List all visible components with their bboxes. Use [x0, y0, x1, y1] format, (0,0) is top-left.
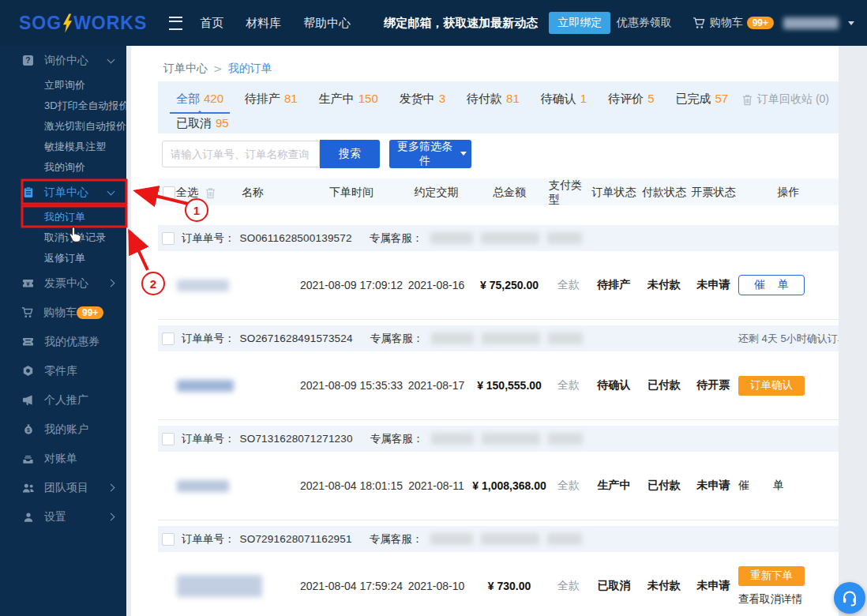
clipboard-icon: [21, 186, 35, 198]
sidebar-subitem-返修订单[interactable]: 返修订单: [0, 248, 126, 269]
order-checkbox[interactable]: [162, 433, 175, 445]
sidebar-item-label: 询价中心: [44, 54, 108, 68]
order-no-label: 订单单号：: [182, 532, 235, 547]
sidebar-subitem-我的询价[interactable]: 我的询价: [0, 157, 126, 178]
order-checkbox[interactable]: [162, 332, 175, 345]
sidebar-item-购物车[interactable]: 购物车99+: [0, 298, 126, 327]
cart-icon: [692, 17, 706, 29]
order-header-row: 订单单号：SO7131628071271230专属客服：: [158, 426, 839, 452]
tab-发货中[interactable]: 发货中3: [400, 89, 445, 109]
sidebar-item-label: 购物车: [43, 306, 77, 320]
customer-service-blur: [430, 232, 473, 244]
confirm-order-button[interactable]: 订单确认: [738, 376, 805, 396]
sidebar-item-询价中心[interactable]: ?询价中心: [0, 46, 126, 75]
coupon-link[interactable]: 优惠券领取: [617, 16, 672, 30]
order-time-value: 2021-08-04 17:59:24: [300, 580, 403, 592]
nav-link-1[interactable]: 首页: [200, 16, 223, 31]
sidebar-subitem-取消订单记录[interactable]: 取消订单记录: [0, 227, 126, 248]
sidebar-subitem-激光切割自动报价[interactable]: 激光切割自动报价: [0, 116, 126, 137]
username-blur[interactable]: [783, 17, 839, 29]
nav-link-2[interactable]: 材料库: [246, 16, 281, 31]
payment-status-value: 未付款: [647, 579, 681, 593]
nav-link-3[interactable]: 帮助中心: [303, 16, 351, 31]
trash-icon[interactable]: [205, 187, 216, 199]
order-checkbox[interactable]: [162, 533, 175, 546]
bind-now-button[interactable]: 立即绑定: [549, 12, 610, 34]
tab-待排产[interactable]: 待排产81: [245, 89, 298, 109]
tab-待付款[interactable]: 待付款81: [467, 89, 520, 109]
sidebar-item-订单中心[interactable]: 订单中心: [0, 178, 126, 207]
breadcrumb: 订单中心 > 我的订单: [163, 62, 272, 76]
sidebar-subitem-3D打印全自动报价[interactable]: 3D打印全自动报价: [0, 96, 126, 116]
view-cancel-details-link[interactable]: 查看取消详情: [738, 592, 839, 607]
order-name-blur[interactable]: [177, 280, 229, 291]
chevron-down-icon: [107, 187, 115, 195]
sidebar-item-零件库[interactable]: 零件库: [0, 356, 126, 385]
sidebar-subitem-我的订单[interactable]: 我的订单: [0, 207, 126, 227]
tab-待评价[interactable]: 待评价5: [608, 89, 654, 109]
sidebar-item-label: 我的优惠券: [44, 335, 114, 349]
order-checkbox[interactable]: [162, 232, 175, 245]
order-name-blur[interactable]: [177, 480, 229, 492]
sidebar-item-对账单[interactable]: 对账单: [0, 444, 126, 473]
urge-order-button[interactable]: 催 单: [738, 275, 805, 295]
tab-已取消[interactable]: 已取消95: [176, 114, 229, 133]
select-all-checkbox[interactable]: [163, 186, 175, 199]
sidebar-subitem-敏捷模具注塑[interactable]: 敏捷模具注塑: [0, 137, 126, 157]
sidebar-item-个人推广[interactable]: 个人推广: [0, 385, 126, 415]
sidebar-item-我的优惠券[interactable]: 我的优惠券: [0, 327, 126, 356]
order-search-input[interactable]: [162, 141, 320, 167]
navbar-cart[interactable]: 购物车 99+: [692, 16, 774, 30]
payment-status: 未付款: [640, 278, 689, 292]
tab-待确认[interactable]: 待确认1: [541, 89, 587, 109]
order-card: 订单单号：SO7291628071162951专属客服：2021-08-04 1…: [158, 526, 839, 616]
urge-order-text[interactable]: 催 单: [738, 479, 839, 493]
order-no-label: 订单单号：: [182, 332, 235, 346]
tab-生产中[interactable]: 生产中150: [319, 89, 378, 109]
order-no-label: 订单单号：: [182, 432, 235, 446]
pay-type: 全款: [549, 278, 588, 292]
order-name-cell: [175, 480, 300, 492]
nut-icon: [21, 365, 35, 377]
order-name-blur[interactable]: [177, 575, 262, 597]
customer-service-blur: [548, 332, 583, 344]
sidebar-item-发票中心[interactable]: ¥发票中心: [0, 269, 126, 298]
order-name-blur[interactable]: [177, 380, 234, 392]
sidebar-item-label: 我的账户: [44, 423, 114, 437]
sidebar-item-label: 订单中心: [44, 186, 108, 200]
tab-已完成[interactable]: 已完成57: [675, 89, 728, 109]
cart-icon: [21, 306, 34, 318]
sidebar-subitem-立即询价[interactable]: 立即询价: [0, 75, 126, 96]
moneybag-icon: $: [21, 423, 35, 435]
delivery-date: 2021-08-11: [403, 479, 470, 492]
app-logo[interactable]: SOG WORKS: [19, 13, 147, 34]
tab-count: 420: [204, 92, 223, 107]
breadcrumb-current[interactable]: 我的订单: [228, 62, 272, 76]
customer-service-blur: [431, 433, 474, 445]
sidebar-item-设置[interactable]: 设置: [0, 502, 126, 531]
order-recycle-bin[interactable]: 订单回收站 (0): [742, 92, 829, 107]
order-amount-value: ¥ 730.00: [488, 580, 531, 592]
invoice-status: 未申请: [689, 579, 738, 593]
sidebar-item-团队项目[interactable]: 团队项目: [0, 473, 126, 502]
tab-全部[interactable]: 全部420: [176, 89, 223, 109]
customer-support-fab[interactable]: [834, 582, 865, 614]
payment-status: 已付款: [640, 378, 689, 393]
search-button[interactable]: 搜索: [320, 140, 380, 168]
breadcrumb-root[interactable]: 订单中心: [163, 62, 208, 76]
pay-type-value: 全款: [557, 278, 580, 292]
customer-service-blur: [548, 433, 583, 445]
tab-label: 生产中: [319, 92, 355, 107]
reorder-button[interactable]: 重新下单: [738, 566, 805, 586]
breadcrumb-separator: >: [213, 62, 223, 75]
column-header-付款状态: 付款状态: [640, 186, 689, 200]
tab-label: 发货中: [400, 92, 435, 107]
order-header-row: 订单单号：SO7291628071162951专属客服：: [158, 526, 839, 552]
sidebar-item-label: 对账单: [44, 452, 114, 466]
order-name-cell: [175, 575, 300, 597]
order-status: 待确认: [588, 378, 640, 393]
more-filters-button[interactable]: 更多筛选条件: [389, 140, 471, 168]
sidebar: ?询价中心立即询价3D打印全自动报价激光切割自动报价敏捷模具注塑我的询价订单中心…: [0, 46, 126, 616]
menu-icon[interactable]: [169, 17, 182, 30]
sidebar-item-我的账户[interactable]: $我的账户: [0, 415, 126, 444]
